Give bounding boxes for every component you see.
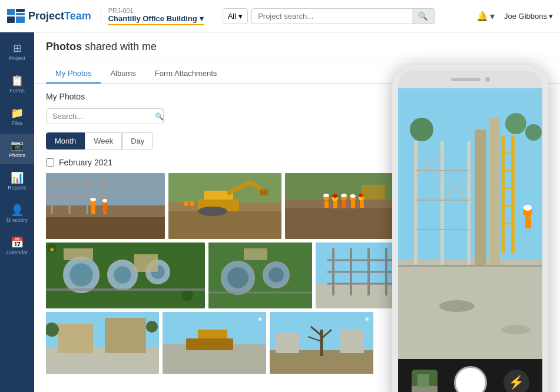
tab-form-attachments[interactable]: Form Attachments [145,64,226,84]
svg-rect-0 [7,9,15,15]
sidebar-item-project[interactable]: ⊞ Project [0,37,34,67]
sidebar-item-forms[interactable]: 📋 Forms [0,69,34,99]
tab-albums[interactable]: Albums [101,64,145,84]
search-input[interactable] [251,8,435,24]
sidebar-item-photos[interactable]: 📷 Photos [0,134,34,164]
svg-rect-96 [276,333,299,353]
directory-icon: 👤 [11,205,24,215]
phone-overlay: ⚡ [392,65,548,392]
svg-rect-15 [91,205,95,214]
svg-rect-4 [16,16,25,23]
photo-search-input[interactable] [52,112,151,121]
svg-point-123 [525,124,542,141]
aerial-facility-photo-1 [46,242,205,308]
tab-my-photos[interactable]: My Photos [46,64,101,84]
search-area: All ▾ 🔍 [223,8,435,24]
flash-icon: ⚡ [508,375,524,390]
logo-icon [7,9,25,23]
svg-point-44 [323,194,329,197]
phone-thumbnail[interactable] [412,370,438,392]
svg-point-47 [350,194,356,198]
svg-point-29 [190,201,194,206]
forms-icon: 📋 [11,75,24,86]
svg-rect-88 [186,338,233,350]
month-label: February 2021 [59,158,112,167]
svg-rect-6 [46,214,165,239]
page-header: Photos shared with me [34,32,560,58]
phone-camera-view [398,88,542,359]
photo-item[interactable]: ★ [270,312,373,374]
photo-item[interactable]: ★ [46,242,205,308]
files-icon: 📁 [11,108,24,118]
top-nav: ProjectTeam PRJ-001 Chantilly Office Bui… [0,0,560,32]
phone-bottom-bar: ⚡ [398,359,542,392]
photo-search-bar[interactable]: 🔍 [46,108,164,124]
reports-icon: 📊 [11,172,24,183]
main-layout: ⊞ Project 📋 Forms 📁 Files 📷 Photos 📊 Rep… [0,32,560,392]
excavator-photo [168,173,281,239]
nav-right: 🔔 ▾ Joe Gibbons ▾ [476,11,553,22]
logo-area: ProjectTeam [7,9,91,23]
svg-rect-110 [489,118,500,265]
view-week-button[interactable]: Week [85,132,122,150]
search-dropdown[interactable]: All ▾ [223,8,248,24]
photo-star-white-icon: ★ [257,315,263,323]
project-info: PRJ-001 Chantilly Office Building ▾ [101,7,204,25]
svg-rect-3 [7,16,15,23]
svg-rect-1 [16,9,25,12]
site-photo-row3-1 [46,312,159,374]
photo-item[interactable] [285,173,398,239]
search-input-wrap: 🔍 [251,8,435,24]
svg-point-64 [227,267,248,288]
view-day-button[interactable]: Day [122,132,153,150]
logo-text: ProjectTeam [28,10,91,22]
view-month-button[interactable]: Month [46,132,85,150]
svg-point-60 [181,290,193,301]
svg-rect-82 [105,318,146,353]
svg-rect-126 [398,265,542,267]
photo-item[interactable] [168,173,281,239]
svg-point-66 [269,267,284,283]
construction-photo-1 [46,173,165,239]
photo-item[interactable] [46,173,165,239]
photo-item[interactable] [46,312,159,374]
aerial-facility-photo-2 [208,242,312,308]
svg-rect-49 [362,185,385,200]
svg-rect-68 [244,248,267,260]
phone-capture-button[interactable] [454,366,487,392]
svg-point-121 [410,118,433,141]
sidebar-item-calendar[interactable]: 📅 Calendar [0,231,34,261]
phone-flash-button[interactable]: ⚡ [503,370,529,392]
photo-item[interactable] [208,242,312,308]
project-name[interactable]: Chantilly Office Building ▾ [108,14,204,25]
svg-rect-129 [417,374,429,387]
svg-point-122 [505,113,526,134]
svg-point-124 [439,300,475,312]
sidebar-item-reports[interactable]: 📊 Reports [0,167,34,197]
photo-search-icon: 🔍 [155,112,164,121]
phone-screen [398,88,542,359]
home-icon: ⊞ [13,43,22,54]
notifications-button[interactable]: 🔔 ▾ [476,11,495,22]
svg-point-125 [501,325,531,334]
svg-point-45 [332,194,338,198]
calendar-icon: 📅 [11,237,24,248]
page-title: Photos shared with me [46,41,548,53]
search-button[interactable]: 🔍 [412,8,435,24]
svg-point-28 [198,207,227,216]
sidebar-item-directory[interactable]: 👤 Directory [0,199,34,229]
sidebar-item-files[interactable]: 📁 Files [0,102,34,132]
phone-speaker [451,78,481,81]
phone-top-bar [398,71,542,88]
month-checkbox[interactable] [46,158,54,167]
user-menu[interactable]: Joe Gibbons ▾ [504,12,553,21]
photo-item[interactable]: ★ [163,312,266,374]
svg-rect-35 [324,201,329,208]
sidebar: ⊞ Project 📋 Forms 📁 Files 📷 Photos 📊 Rep… [0,32,34,392]
svg-rect-58 [134,254,158,272]
photo-star-white-icon-2: ★ [364,315,370,323]
svg-rect-39 [342,201,346,208]
svg-rect-17 [103,206,107,213]
svg-point-120 [523,205,532,211]
svg-rect-37 [333,201,337,208]
